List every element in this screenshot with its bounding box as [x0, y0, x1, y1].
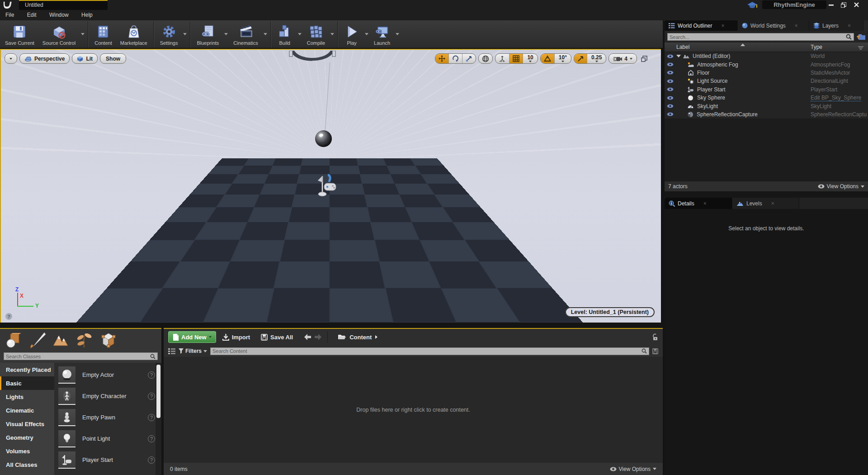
tab-world-settings[interactable]: World Settings × [738, 20, 809, 31]
maximize-viewport-icon[interactable] [641, 56, 647, 62]
menu-help[interactable]: Help [76, 10, 98, 20]
level-viewport[interactable]: Perspective Lit Show 10 10° 0.25 [0, 49, 661, 323]
menu-edit[interactable]: Edit [22, 10, 42, 20]
viewport-options-button[interactable] [5, 53, 17, 64]
camera-speed-group[interactable]: 4 [609, 53, 637, 64]
place-item-player-start[interactable]: Player Start ? [54, 449, 161, 470]
outliner-row-floor[interactable]: Floor StaticMeshActor [665, 69, 868, 77]
eye-icon[interactable] [667, 79, 674, 83]
restore-button[interactable] [839, 1, 848, 9]
outliner-row-sky-sphere[interactable]: Sky Sphere Edit BP_Sky_Sphere [665, 94, 868, 102]
rotate-tool-button[interactable] [449, 54, 462, 63]
help-icon[interactable]: ? [5, 313, 12, 320]
lock-icon[interactable] [652, 333, 658, 341]
rotation-snap-value-button[interactable]: 10° [555, 54, 571, 63]
outliner-row-skylight[interactable]: SkyLight SkyLight [665, 102, 868, 110]
paint-mode-icon[interactable] [28, 331, 46, 349]
search-content-box[interactable] [210, 347, 649, 355]
source-control-button[interactable]: Source Control [38, 23, 80, 46]
settings-dropdown[interactable] [183, 33, 187, 35]
place-item-empty-actor[interactable]: Empty Actor ? [54, 364, 161, 385]
column-label[interactable]: Label [665, 44, 689, 50]
category-lights[interactable]: Lights [0, 390, 54, 404]
close-icon[interactable]: × [771, 200, 774, 207]
play-button[interactable]: Play [340, 23, 363, 46]
move-tool-button[interactable] [435, 54, 449, 63]
build-button[interactable]: Build [273, 23, 297, 46]
play-dropdown[interactable] [365, 33, 368, 35]
surface-snapping-button[interactable] [495, 54, 509, 63]
outliner-empty-area[interactable] [665, 119, 868, 181]
sources-panel-icon[interactable] [168, 348, 175, 354]
perspective-button[interactable]: Perspective [19, 53, 70, 64]
tab-details[interactable]: Details × [665, 198, 732, 209]
eye-icon[interactable] [667, 71, 674, 75]
category-geometry[interactable]: Geometry [0, 431, 54, 444]
compile-button[interactable]: Compile [303, 23, 329, 46]
outliner-row-player-start[interactable]: Player Start PlayerStart [665, 86, 868, 94]
category-all-classes[interactable]: All Classes [0, 458, 54, 471]
minimize-button[interactable] [826, 1, 835, 9]
save-search-icon[interactable] [652, 348, 658, 354]
search-content-input[interactable] [212, 348, 642, 354]
filters-button[interactable]: Filters [179, 348, 207, 354]
coordinate-system-button[interactable] [478, 53, 493, 64]
geometry-mode-icon[interactable] [99, 331, 117, 349]
close-icon[interactable]: × [721, 23, 724, 29]
save-current-button[interactable]: Save Current [1, 23, 38, 46]
content-asset-area[interactable]: Drop files here or right click to create… [164, 357, 663, 463]
grid-snap-value-button[interactable]: 10 [523, 54, 537, 63]
eye-icon[interactable] [667, 96, 674, 100]
blueprints-dropdown[interactable] [224, 33, 228, 35]
player-start-gizmo[interactable] [317, 173, 338, 197]
outliner-row-sphere-reflection[interactable]: SphereReflectionCapture SphereReflection… [665, 110, 868, 119]
create-folder-icon[interactable] [857, 33, 865, 40]
column-type[interactable]: Type [811, 44, 822, 50]
source-control-dropdown[interactable] [81, 33, 85, 35]
tab-world-outliner[interactable]: World Outliner × [665, 20, 738, 31]
lit-mode-button[interactable]: Lit [72, 53, 98, 64]
launch-dropdown[interactable] [396, 33, 399, 35]
tab-layers[interactable]: Layers × [809, 20, 863, 31]
scrollbar-thumb[interactable] [156, 365, 160, 418]
search-classes-box[interactable] [4, 352, 158, 360]
landscape-mode-icon[interactable] [52, 331, 70, 349]
close-icon[interactable]: × [795, 23, 798, 29]
forward-arrow-icon[interactable] [314, 334, 322, 340]
place-item-empty-character[interactable]: Empty Character ? [54, 385, 161, 407]
outliner-row-light-source[interactable]: Light Source DirectionalLight [665, 77, 868, 85]
import-button[interactable]: Import [218, 334, 255, 341]
level-tab[interactable]: Untitled [19, 0, 108, 10]
camera-speed-button[interactable]: 4 [609, 54, 637, 63]
eye-icon[interactable] [667, 87, 674, 91]
menu-window[interactable]: Window [44, 10, 74, 20]
help-icon[interactable]: ? [148, 393, 155, 400]
place-item-point-light[interactable]: Point Light ? [54, 428, 161, 449]
scale-tool-button[interactable] [462, 54, 476, 63]
eye-icon[interactable] [667, 112, 674, 116]
tab-levels[interactable]: Levels × [732, 198, 799, 209]
search-classes-input[interactable] [6, 354, 150, 359]
sphere-reflection-gizmo[interactable] [315, 130, 332, 147]
scale-snap-toggle[interactable] [574, 54, 587, 63]
grid-snap-toggle[interactable] [509, 54, 523, 63]
category-visual-effects[interactable]: Visual Effects [0, 417, 54, 431]
place-item-empty-pawn[interactable]: Empty Pawn ? [54, 407, 161, 428]
expander-icon[interactable] [676, 55, 681, 57]
edit-blueprint-link[interactable]: Edit BP_Sky_Sphere [811, 95, 861, 101]
outliner-search-input[interactable] [670, 34, 846, 40]
close-button[interactable] [852, 1, 861, 9]
eye-icon[interactable] [667, 62, 674, 66]
scrollbar-track[interactable] [156, 363, 161, 475]
category-recently-placed[interactable]: Recently Placed [0, 363, 54, 376]
help-icon[interactable]: ? [148, 371, 155, 379]
outliner-view-options-button[interactable]: View Options [818, 183, 864, 190]
outliner-search-box[interactable] [667, 33, 854, 41]
save-all-button[interactable]: Save All [256, 334, 297, 341]
rotation-snap-toggle[interactable] [541, 54, 555, 63]
content-button[interactable]: Content [90, 23, 116, 46]
category-basic[interactable]: Basic [0, 376, 54, 390]
help-icon[interactable]: ? [148, 435, 155, 442]
tutorial-cap-icon[interactable] [747, 1, 758, 9]
outliner-row-world[interactable]: Untitled (Editor) World [665, 52, 868, 60]
